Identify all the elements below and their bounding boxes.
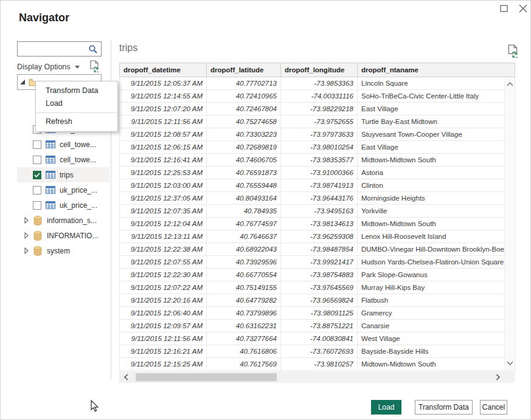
table-row: 9/11/2015 12:07:22 AM40.75149155-73.9764… bbox=[120, 281, 515, 294]
horizontal-scrollbar[interactable] bbox=[119, 371, 515, 383]
database-icon bbox=[33, 216, 42, 225]
scroll-up-icon[interactable] bbox=[507, 82, 513, 86]
maximize-button[interactable] bbox=[499, 3, 510, 14]
tree-item-label: uk_price_... bbox=[60, 186, 97, 195]
tree-item-label: cell_towe... bbox=[60, 140, 96, 149]
cell-dropoff_longitude: -73.97645569 bbox=[281, 281, 358, 294]
cell-dropoff_longitude: -74.00331116 bbox=[281, 90, 358, 103]
table-row: 9/11/2015 12:37:05 AM40.80493164-73.9644… bbox=[120, 192, 515, 205]
cell-dropoff_datetime: 9/11/2015 12:07:22 AM bbox=[120, 281, 207, 294]
chevron-down-icon bbox=[75, 66, 80, 69]
navigator-dialog: Navigator Display Options bbox=[0, 0, 531, 420]
tree-item-table[interactable]: cell_towe... bbox=[17, 152, 109, 167]
table-row: 9/11/2015 12:11:56 AM40.73277664-74.0083… bbox=[120, 332, 515, 345]
menu-item-transform-data[interactable]: Transform Data bbox=[36, 84, 117, 97]
expand-arrow-icon[interactable] bbox=[24, 247, 29, 254]
table-row: 9/11/2015 12:15:25 AM40.7617569-73.98102… bbox=[120, 358, 515, 371]
cell-dropoff_latitude: 40.7646637 bbox=[207, 230, 281, 243]
cell-dropoff_ntaname: Astoria bbox=[358, 167, 515, 179]
cell-dropoff_latitude: 40.68922043 bbox=[207, 243, 281, 256]
tree-item-label: cell_towe... bbox=[60, 156, 96, 164]
cell-dropoff_ntaname: Turtle Bay-East Midtown bbox=[358, 115, 515, 128]
cell-dropoff_ntaname: Lincoln Square bbox=[358, 77, 515, 90]
checkbox[interactable] bbox=[33, 140, 41, 149]
cell-dropoff_longitude: -73.96443176 bbox=[281, 192, 358, 205]
scroll-right-icon[interactable] bbox=[496, 374, 500, 380]
cell-dropoff_latitude: 40.75149155 bbox=[207, 281, 281, 294]
cell-dropoff_longitude: -73.76072693 bbox=[281, 345, 358, 358]
search-input[interactable] bbox=[20, 43, 86, 55]
cell-dropoff_ntaname: Flatbush bbox=[358, 294, 515, 307]
expanded-arrow-icon[interactable] bbox=[20, 80, 26, 85]
preview-table: dropoff_datetimedropoff_latitudedropoff_… bbox=[119, 63, 515, 371]
cancel-button[interactable]: Cancel bbox=[480, 400, 507, 415]
tree-item-table[interactable]: trips bbox=[17, 167, 109, 182]
load-button[interactable]: Load bbox=[371, 400, 401, 415]
table-icon bbox=[46, 201, 55, 209]
menu-item-refresh[interactable]: Refresh bbox=[36, 115, 117, 128]
column-header-dropoff_ntaname: dropoff_ntaname bbox=[358, 63, 515, 77]
cell-dropoff_datetime: 9/11/2015 12:09:57 AM bbox=[120, 320, 207, 332]
cell-dropoff_ntaname: Canarsie bbox=[358, 320, 515, 332]
cell-dropoff_latitude: 40.76774597 bbox=[207, 218, 281, 230]
cell-dropoff_ntaname: Lenox Hill-Roosevelt Island bbox=[358, 230, 515, 243]
tree-item-database[interactable]: information_s... bbox=[17, 213, 109, 228]
cell-dropoff_latitude: 40.73929596 bbox=[207, 256, 281, 269]
cell-dropoff_datetime: 9/11/2015 12:16:41 AM bbox=[120, 154, 207, 167]
expand-arrow-icon[interactable] bbox=[24, 232, 29, 239]
expand-arrow-icon[interactable] bbox=[24, 217, 29, 224]
refresh-document-icon bbox=[507, 44, 519, 58]
refresh-preview-table-button[interactable] bbox=[507, 44, 519, 60]
cell-dropoff_latitude: 40.63162231 bbox=[207, 320, 281, 332]
cell-dropoff_longitude: -73.9853363 bbox=[281, 77, 358, 90]
cell-dropoff_ntaname: Midtown-Midtown South bbox=[358, 358, 515, 371]
search-icon[interactable] bbox=[88, 44, 98, 54]
close-button[interactable] bbox=[517, 2, 529, 15]
cell-dropoff_latitude: 40.72410965 bbox=[207, 90, 281, 103]
transform-data-button[interactable]: Transform Data bbox=[415, 400, 473, 415]
table-row: 9/11/2015 12:12:04 AM40.76774597-73.9813… bbox=[120, 218, 515, 230]
menu-item-load[interactable]: Load bbox=[36, 97, 117, 110]
cell-dropoff_longitude: -73.98134613 bbox=[281, 218, 358, 230]
checkbox[interactable] bbox=[33, 186, 41, 195]
cell-dropoff_ntaname: SoHo-TriBeCa-Civic Center-Little Italy bbox=[358, 90, 515, 103]
scroll-left-icon[interactable] bbox=[124, 374, 128, 380]
refresh-document-icon bbox=[89, 60, 100, 72]
checkbox[interactable] bbox=[33, 156, 41, 164]
cell-dropoff_latitude: 40.74606705 bbox=[207, 154, 281, 167]
cell-dropoff_longitude: -73.96569824 bbox=[281, 294, 358, 307]
cell-dropoff_latitude: 40.73277664 bbox=[207, 332, 281, 345]
tree-item-table[interactable]: uk_price_... bbox=[17, 198, 109, 213]
cell-dropoff_longitude: -73.9495163 bbox=[281, 205, 358, 218]
cell-dropoff_latitude: 40.75274658 bbox=[207, 115, 281, 128]
cell-dropoff_latitude: 40.77702713 bbox=[207, 77, 281, 90]
tree-item-label: information_s... bbox=[47, 216, 97, 225]
scrollbar-thumb[interactable] bbox=[136, 373, 277, 381]
cell-dropoff_longitude: -73.98353577 bbox=[281, 154, 358, 167]
table-row: 9/11/2015 12:08:57 AM40.73303223-73.9797… bbox=[120, 128, 515, 141]
vertical-scrollbar[interactable] bbox=[504, 77, 515, 370]
checkbox[interactable] bbox=[33, 171, 41, 179]
table-icon bbox=[46, 171, 55, 179]
column-header-dropoff_longitude: dropoff_longitude bbox=[281, 63, 358, 77]
tree-item-database[interactable]: INFORMATIO... bbox=[17, 228, 109, 243]
tree-item-table[interactable]: cell_towe... bbox=[17, 137, 109, 152]
table-row: 9/11/2015 12:20:16 AM40.64779282-73.9656… bbox=[120, 294, 515, 307]
tree-item-label: uk_price_... bbox=[60, 201, 97, 210]
cell-dropoff_ntaname: DUMBO-Vinegar Hill-Downtown Brooklyn-Boe… bbox=[358, 243, 515, 256]
cell-dropoff_datetime: 9/11/2015 12:05:37 AM bbox=[120, 77, 207, 90]
table-row: 9/11/2015 12:16:41 AM40.74606705-73.9835… bbox=[120, 154, 515, 167]
refresh-preview-button[interactable] bbox=[89, 60, 100, 75]
cell-dropoff_datetime: 9/11/2015 12:37:05 AM bbox=[120, 192, 207, 205]
cell-dropoff_datetime: 9/11/2015 12:14:55 AM bbox=[120, 90, 207, 103]
scroll-down-icon[interactable] bbox=[507, 361, 513, 365]
cell-dropoff_ntaname: East Village bbox=[358, 103, 515, 115]
check-icon bbox=[34, 173, 40, 177]
tree-item-table[interactable]: uk_price_... bbox=[17, 182, 109, 198]
tree-item-database[interactable]: system bbox=[17, 243, 109, 258]
preview-header-row: dropoff_datetimedropoff_latitudedropoff_… bbox=[120, 63, 515, 77]
checkbox[interactable] bbox=[33, 201, 41, 210]
display-options-dropdown[interactable]: Display Options bbox=[17, 61, 80, 72]
display-options-label: Display Options bbox=[17, 63, 71, 71]
cell-dropoff_longitude: -73.97973633 bbox=[281, 128, 358, 141]
